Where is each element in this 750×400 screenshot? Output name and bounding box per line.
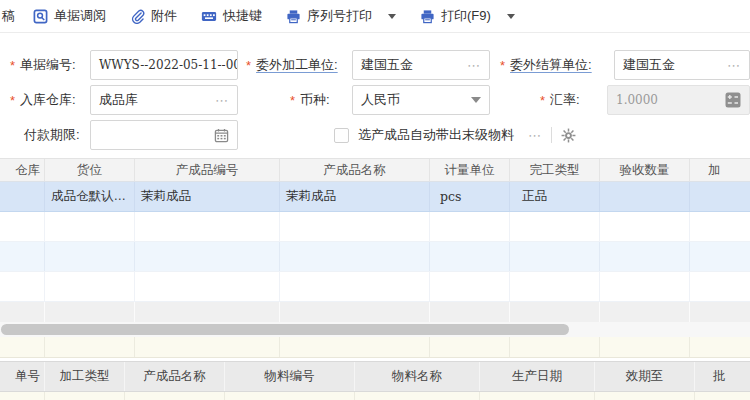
keyboard-icon xyxy=(201,9,217,24)
print-label: 打印(F9) xyxy=(441,7,491,25)
horizontal-scrollbar[interactable] xyxy=(0,322,750,337)
calendar-icon[interactable] xyxy=(214,128,229,143)
rate-adjust-icon[interactable] xyxy=(725,92,741,108)
warehouse-picker-ellipsis[interactable]: ⋯ xyxy=(215,94,229,107)
column-header: 效期至 xyxy=(595,362,695,391)
shortcut-keys-label: 快捷键 xyxy=(223,7,262,25)
required-asterisk: * xyxy=(246,58,251,73)
required-asterisk: * xyxy=(500,58,505,73)
exchange-rate-label: * 汇率: xyxy=(540,85,580,115)
serial-print-button[interactable]: 序列号打印 xyxy=(286,7,372,25)
attachment-label: 附件 xyxy=(151,7,177,25)
attachment-button[interactable]: 附件 xyxy=(130,7,177,25)
column-header: 物料名称 xyxy=(355,362,480,391)
auto-bom-option: 选产成品自动带出末级物料 ⋯ xyxy=(334,120,576,150)
printer-icon xyxy=(420,9,435,24)
divider xyxy=(551,127,552,143)
horizontal-scrollbar-thumb[interactable] xyxy=(1,324,569,335)
required-asterisk: * xyxy=(10,58,15,73)
column-header: 单号 xyxy=(0,362,45,391)
paperclip-icon xyxy=(130,9,145,24)
settle-unit-input[interactable]: 建国五金 ⋯ xyxy=(614,50,750,80)
table-row-empty[interactable] xyxy=(0,212,750,242)
products-grid-header: 仓库 货位 产成品编号 产成品名称 计量单位 完工类型 验收数量 加 xyxy=(0,158,750,182)
shortcut-keys-button[interactable]: 快捷键 xyxy=(201,7,262,25)
serial-print-dropdown-caret[interactable] xyxy=(388,14,396,19)
table-row-empty[interactable] xyxy=(0,272,750,302)
column-header: 仓库 xyxy=(0,159,45,181)
doc-recall-label: 单据调阅 xyxy=(54,7,106,25)
auto-bom-label: 选产成品自动带出末级物料 xyxy=(358,126,514,144)
column-header: 产成品编号 xyxy=(135,159,280,181)
print-dropdown-caret[interactable] xyxy=(507,14,515,19)
column-header: 生产日期 xyxy=(480,362,595,391)
outsource-unit-picker-ellipsis[interactable]: ⋯ xyxy=(467,59,481,72)
column-header: 加工类型 xyxy=(45,362,125,391)
grid-filler-area xyxy=(0,302,750,322)
payment-due-date-input[interactable] xyxy=(90,120,238,150)
doc-recall-icon xyxy=(33,9,48,24)
exchange-rate-input: 1.0000 xyxy=(607,85,750,115)
outsource-unit-label: * 委外加工单位: xyxy=(246,50,338,80)
settle-unit-label: * 委外结算单位: xyxy=(500,50,592,80)
settle-unit-picker-ellipsis[interactable]: ⋯ xyxy=(727,59,741,72)
printer-icon xyxy=(286,9,301,24)
table-row[interactable]: 成品仓默认… 茉莉成品 茉莉成品 pcs 正品 xyxy=(0,182,750,212)
warehouse-label: * 入库仓库: xyxy=(10,85,76,115)
column-header: 完工类型 xyxy=(510,159,600,181)
required-asterisk: * xyxy=(290,93,295,108)
table-row-empty[interactable] xyxy=(0,242,750,272)
print-button[interactable]: 打印(F9) xyxy=(420,7,491,25)
materials-grid-header: 单号 加工类型 产成品名称 物料编号 物料名称 生产日期 效期至 批 xyxy=(0,361,750,392)
required-asterisk: * xyxy=(540,93,545,108)
required-asterisk: * xyxy=(10,93,15,108)
column-header: 批 xyxy=(695,362,750,391)
column-header: 产成品名称 xyxy=(280,159,430,181)
payment-due-label: 付款期限: xyxy=(24,120,80,150)
column-header: 加 xyxy=(690,159,750,181)
auto-bom-checkbox[interactable] xyxy=(334,128,349,143)
column-header: 产成品名称 xyxy=(125,362,225,391)
products-grid-footer-row xyxy=(0,337,750,358)
currency-select[interactable]: 人民币 xyxy=(352,85,490,115)
warehouse-input[interactable]: 成品库 ⋯ xyxy=(90,85,238,115)
currency-label: * 币种: xyxy=(290,85,330,115)
toolbar-partial-draft-button[interactable]: 稿 xyxy=(2,7,15,25)
materials-grid-row-partial xyxy=(0,392,750,400)
column-header: 验收数量 xyxy=(600,159,690,181)
doc-recall-button[interactable]: 单据调阅 xyxy=(33,7,106,25)
doc-no-input[interactable]: WWYS--2022-05-11--00001 xyxy=(90,50,238,80)
serial-print-label: 序列号打印 xyxy=(307,7,372,25)
auto-bom-ellipsis[interactable]: ⋯ xyxy=(528,129,542,142)
column-header: 计量单位 xyxy=(430,159,510,181)
toolbar-partial-draft-label: 稿 xyxy=(2,7,15,25)
gear-icon[interactable] xyxy=(561,128,576,143)
column-header: 货位 xyxy=(45,159,135,181)
chevron-down-icon xyxy=(471,97,481,103)
outsource-inbound-form-window: 稿 单据调阅 附件 快捷键 序列号打印 xyxy=(0,0,750,400)
doc-no-label: * 单据编号: xyxy=(10,50,76,80)
column-header: 物料编号 xyxy=(225,362,355,391)
toolbar: 稿 单据调阅 附件 快捷键 序列号打印 xyxy=(0,0,750,33)
outsource-unit-input[interactable]: 建国五金 ⋯ xyxy=(352,50,490,80)
